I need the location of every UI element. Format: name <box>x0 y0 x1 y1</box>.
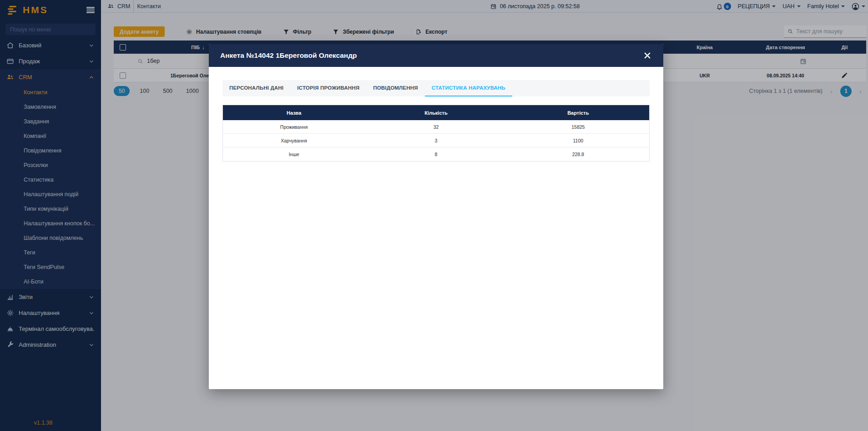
accrual-statistics-table: Назва Кількість Вартість Проживання 32 1… <box>222 105 650 162</box>
stats-row: Проживання 32 15825 <box>223 120 649 134</box>
stats-cell-name: Проживання <box>223 120 365 133</box>
tab-accrual-statistics[interactable]: СТАТИСТИКА НАРАХУВАНЬ <box>425 80 512 96</box>
app-root: HMS Базовий Продаж CRM <box>0 0 868 431</box>
stats-column-name: Назва <box>223 105 365 120</box>
stats-cell-name: Інше <box>223 147 365 161</box>
tab-personal-data[interactable]: ПЕРСОНАЛЬНІ ДАНІ <box>222 80 290 96</box>
stats-cell-quantity: 32 <box>365 120 507 133</box>
stats-header-row: Назва Кількість Вартість <box>223 105 649 120</box>
contact-card-modal: Анкета №14042 1Береговой Олександр ПЕРСО… <box>209 44 663 389</box>
stats-column-quantity: Кількість <box>365 105 507 120</box>
stats-cell-cost: 1100 <box>507 134 649 147</box>
modal-header: Анкета №14042 1Береговой Олександр <box>209 44 663 67</box>
stats-cell-quantity: 8 <box>365 147 507 161</box>
stats-row: Інше 8 228.8 <box>223 147 649 161</box>
tab-stay-history[interactable]: ІСТОРІЯ ПРОЖИВАННЯ <box>290 80 366 96</box>
stats-cell-quantity: 3 <box>365 134 507 147</box>
stats-column-cost: Вартість <box>507 105 649 120</box>
close-icon[interactable] <box>643 51 652 60</box>
stats-cell-cost: 15825 <box>507 120 649 133</box>
modal-tabs: ПЕРСОНАЛЬНІ ДАНІ ІСТОРІЯ ПРОЖИВАННЯ ПОВІ… <box>222 80 650 96</box>
stats-cell-name: Харчування <box>223 134 365 147</box>
modal-title: Анкета №14042 1Береговой Олександр <box>220 51 643 60</box>
stats-row: Харчування 3 1100 <box>223 134 649 147</box>
stats-cell-cost: 228.8 <box>507 147 649 161</box>
tab-messages[interactable]: ПОВІДОМЛЕННЯ <box>366 80 424 96</box>
